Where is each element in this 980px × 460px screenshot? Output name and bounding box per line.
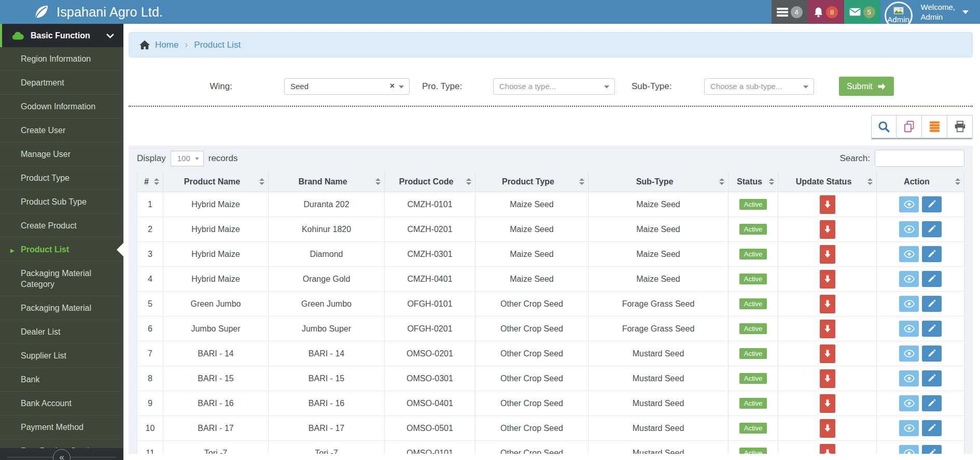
messages-button[interactable]: 5	[844, 0, 880, 24]
wing-select[interactable]: Seed ×	[284, 78, 410, 95]
update-status-button[interactable]	[820, 394, 835, 413]
sidebar-item-create-user[interactable]: ▶Create User	[0, 118, 123, 142]
edit-button[interactable]	[922, 271, 942, 287]
sidebar-item-product-type[interactable]: ▶Product Type	[0, 166, 123, 190]
sidebar-item-bank-account[interactable]: ▶Bank Account	[0, 391, 123, 415]
column-header-product-name[interactable]: Product Name	[163, 172, 269, 192]
cell-action	[877, 391, 964, 416]
sub-type-placeholder: Choose a sub-type...	[710, 82, 782, 91]
page-length-select[interactable]: 100	[171, 151, 204, 166]
update-status-button[interactable]	[820, 245, 835, 264]
column-header-sub-type[interactable]: Sub-Type	[589, 172, 729, 192]
sort-icon	[154, 178, 159, 185]
update-status-button[interactable]	[820, 270, 835, 289]
update-status-button[interactable]	[820, 320, 835, 338]
sidebar-item-godown-information[interactable]: ▶Godown Information	[0, 94, 123, 118]
update-status-button[interactable]	[820, 369, 835, 388]
column-header-update-status[interactable]: Update Status	[778, 172, 877, 192]
edit-button[interactable]	[922, 346, 942, 362]
print-tool-button[interactable]	[947, 115, 973, 139]
copy-tool-button[interactable]	[897, 115, 922, 139]
avatar[interactable]: Admin	[880, 0, 915, 24]
edit-button[interactable]	[922, 221, 942, 237]
sidebar-group-basic-function[interactable]: Basic Function	[0, 24, 123, 47]
column-header-action[interactable]: Action	[877, 172, 964, 192]
sidebar-item-product-sub-type[interactable]: ▶Product Sub Type	[0, 190, 123, 213]
cell-update-status	[778, 217, 877, 242]
view-button[interactable]	[899, 221, 919, 237]
view-button[interactable]	[899, 246, 919, 262]
main-content: Home › Product List Wing: Seed × Pro. Ty…	[123, 32, 980, 460]
update-status-button[interactable]	[820, 295, 835, 313]
column-header-product-code[interactable]: Product Code	[385, 172, 475, 192]
printer-icon	[954, 121, 966, 133]
search-label: Search:	[839, 153, 870, 164]
breadcrumb-home-link[interactable]: Home	[155, 40, 178, 50]
view-button[interactable]	[899, 196, 919, 212]
sidebar-item-label: Product Sub Type	[21, 197, 87, 206]
sidebar-item-bank[interactable]: ▶Bank	[0, 367, 123, 391]
cell-product-type: Other Crop Seed	[475, 416, 589, 441]
arrow-right-icon	[877, 82, 886, 91]
cell-num: 8	[137, 366, 163, 391]
eye-icon	[904, 225, 915, 233]
update-status-button[interactable]	[820, 444, 835, 454]
view-button[interactable]	[899, 321, 919, 337]
sidebar-item-manage-user[interactable]: ▶Manage User	[0, 142, 123, 166]
column-header-status[interactable]: Status	[729, 172, 778, 192]
tasks-button[interactable]: 4	[772, 0, 808, 24]
view-button[interactable]	[899, 395, 919, 411]
view-button[interactable]	[899, 271, 919, 287]
cell-sub-type: Maize Seed	[589, 242, 729, 267]
sidebar-item-region-information[interactable]: ▶Region Information	[0, 47, 123, 70]
view-button[interactable]	[899, 445, 919, 454]
view-button[interactable]	[899, 370, 919, 386]
edit-button[interactable]	[922, 370, 942, 386]
edit-button[interactable]	[922, 196, 942, 212]
search-input[interactable]	[875, 150, 964, 167]
column-header-product-type[interactable]: Product Type	[475, 172, 589, 192]
view-button[interactable]	[899, 296, 919, 312]
column-header-num[interactable]: #	[137, 172, 163, 192]
search-tool-button[interactable]	[871, 115, 897, 139]
sidebar-item-supplier-list[interactable]: ▶Supplier List	[0, 343, 123, 367]
view-button[interactable]	[899, 420, 919, 436]
update-status-button[interactable]	[820, 195, 835, 214]
pro-type-select[interactable]: Choose a type...	[493, 78, 615, 95]
notifications-button[interactable]: 8	[808, 0, 844, 24]
column-header-brand-name[interactable]: Brand Name	[269, 172, 385, 192]
sidebar-collapse-bar: «	[0, 448, 123, 460]
cell-product-name: BARI - 14	[163, 341, 269, 366]
sidebar-item-label: Product List	[21, 245, 69, 254]
edit-button[interactable]	[922, 321, 942, 337]
edit-button[interactable]	[922, 395, 942, 411]
clear-icon[interactable]: ×	[390, 81, 395, 91]
sidebar-item-packaging-material[interactable]: ▶Packaging Material	[0, 296, 123, 320]
update-status-button[interactable]	[820, 419, 835, 438]
submit-button[interactable]: Submit	[839, 77, 894, 96]
sidebar-item-product-list[interactable]: ▶Product List	[0, 237, 123, 261]
status-badge: Active	[739, 224, 767, 235]
records-label: records	[208, 153, 238, 164]
edit-button[interactable]	[922, 420, 942, 436]
update-status-button[interactable]	[820, 344, 835, 363]
sidebar-item-label: Packaging Material Category	[21, 269, 91, 289]
sidebar-item-packaging-material-category[interactable]: ▶Packaging Material Category	[0, 261, 123, 296]
view-button[interactable]	[899, 346, 919, 362]
collapse-button[interactable]: «	[53, 449, 71, 460]
table-row: 9BARI - 16BARI - 16OMSO-0401Other Crop S…	[137, 391, 964, 416]
cell-action	[877, 441, 964, 454]
edit-button[interactable]	[922, 296, 942, 312]
sidebar-item-dealer-list[interactable]: ▶Dealer List	[0, 320, 123, 343]
eye-icon	[904, 325, 915, 333]
sub-type-select[interactable]: Choose a sub-type...	[704, 78, 814, 95]
user-menu[interactable]: Welcome, Admin	[915, 0, 980, 24]
edit-button[interactable]	[922, 445, 942, 454]
avatar-alt-text: Admin	[887, 15, 909, 24]
update-status-button[interactable]	[820, 220, 835, 239]
sidebar-item-payment-method[interactable]: ▶Payment Method	[0, 415, 123, 439]
edit-button[interactable]	[922, 246, 942, 262]
sidebar-item-department[interactable]: ▶Department	[0, 70, 123, 94]
sidebar-item-create-product[interactable]: ▶Create Product	[0, 213, 123, 237]
database-tool-button[interactable]	[922, 115, 947, 139]
